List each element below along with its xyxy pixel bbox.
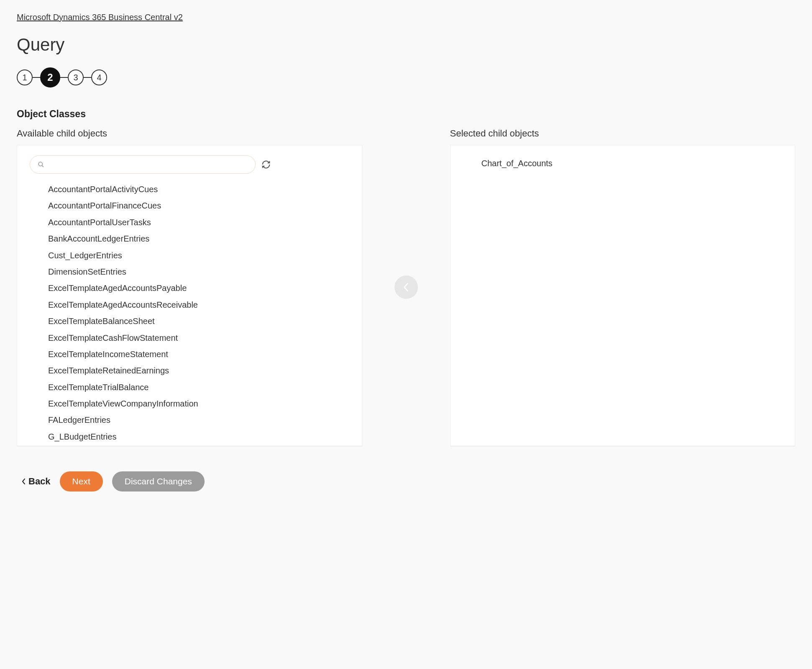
breadcrumb-link[interactable]: Microsoft Dynamics 365 Business Central …	[17, 13, 183, 22]
list-item[interactable]: AccountantPortalFinanceCues	[48, 198, 353, 214]
discard-changes-button[interactable]: Discard Changes	[112, 471, 205, 491]
available-panel: AccountantPortalActivityCues AccountantP…	[17, 145, 362, 446]
list-item[interactable]: ExcelTemplateAgedAccountsReceivable	[48, 297, 353, 313]
svg-line-1	[42, 165, 44, 167]
list-item[interactable]: Chart_of_Accounts	[482, 155, 787, 171]
list-item[interactable]: ExcelTemplateAgedAccountsPayable	[48, 280, 353, 296]
selected-panel: Chart_of_Accounts	[450, 145, 796, 446]
list-item[interactable]: ExcelTemplateTrialBalance	[48, 379, 353, 396]
list-item[interactable]: ExcelTemplateViewCompanyInformation	[48, 396, 353, 412]
selected-list: Chart_of_Accounts	[459, 155, 787, 171]
step-3[interactable]: 3	[68, 69, 84, 85]
list-item[interactable]: AccountantPortalUserTasks	[48, 214, 353, 231]
next-button[interactable]: Next	[60, 471, 103, 491]
search-box[interactable]	[30, 155, 256, 174]
list-item[interactable]: BankAccountLedgerEntries	[48, 231, 353, 247]
step-connector	[33, 77, 40, 78]
available-list: AccountantPortalActivityCues AccountantP…	[26, 181, 353, 445]
section-title: Object Classes	[17, 108, 795, 120]
search-input[interactable]	[49, 160, 248, 169]
step-1[interactable]: 1	[17, 69, 33, 85]
stepper: 1 2 3 4	[17, 67, 795, 87]
step-connector	[84, 77, 91, 78]
list-item[interactable]: ExcelTemplateCashFlowStatement	[48, 330, 353, 346]
svg-point-0	[38, 162, 42, 166]
available-title: Available child objects	[17, 128, 362, 139]
list-item[interactable]: G_LBudgetEntries	[48, 429, 353, 445]
step-4[interactable]: 4	[91, 69, 107, 85]
back-label: Back	[28, 476, 51, 487]
list-item[interactable]: ExcelTemplateBalanceSheet	[48, 313, 353, 329]
back-button[interactable]: Back	[22, 476, 51, 487]
list-item[interactable]: ExcelTemplateIncomeStatement	[48, 346, 353, 363]
step-2[interactable]: 2	[40, 67, 60, 87]
move-left-button[interactable]	[394, 275, 418, 299]
step-connector	[60, 77, 68, 78]
list-item[interactable]: Cust_LedgerEntries	[48, 247, 353, 264]
list-item[interactable]: DimensionSetEntries	[48, 264, 353, 280]
chevron-left-icon	[403, 283, 409, 292]
list-item[interactable]: AccountantPortalActivityCues	[48, 181, 353, 198]
list-item[interactable]: ExcelTemplateRetainedEarnings	[48, 363, 353, 379]
page-title: Query	[17, 35, 795, 55]
refresh-icon[interactable]	[261, 160, 271, 169]
search-icon	[38, 161, 44, 168]
selected-title: Selected child objects	[450, 128, 796, 139]
chevron-left-icon	[22, 478, 26, 485]
list-item[interactable]: FALedgerEntries	[48, 412, 353, 428]
